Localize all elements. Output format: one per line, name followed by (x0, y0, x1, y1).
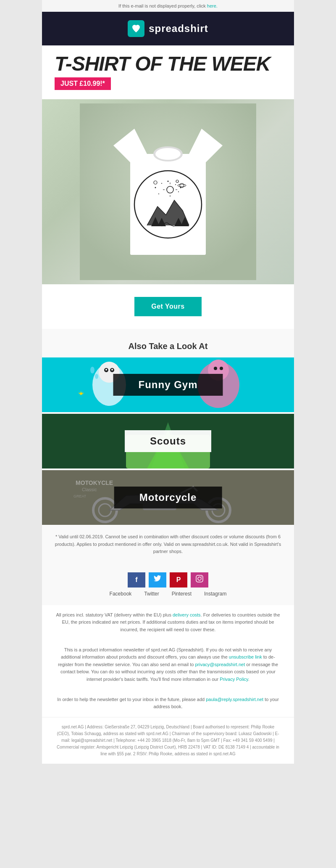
scouts-label: Scouts (125, 430, 211, 452)
privacy-email-link[interactable]: privacy@spreadshirt.net (195, 662, 245, 667)
tshirt-illustration (80, 103, 256, 280)
vat-text-1: All prices incl. statutory VAT (delivery… (56, 612, 173, 617)
email-wrapper: If this e-mail is not displayed properly… (42, 0, 294, 764)
category-funny-gym[interactable]: Funny Gym (42, 357, 294, 412)
facebook-icon: f (135, 576, 137, 584)
svg-rect-3 (130, 154, 206, 255)
address-text-1: In order to help the newsletter get to y… (57, 697, 206, 702)
unsubscribe-link[interactable]: unsubscribe link (229, 654, 262, 659)
logo-icon (128, 20, 144, 37)
svg-point-11 (155, 187, 156, 188)
instagram-icon-box[interactable] (191, 572, 208, 587)
footer-newsletter-section: This is a product information newsletter… (42, 640, 294, 690)
newsletter-paragraph: This is a product information newsletter… (55, 646, 281, 683)
delivery-costs-link[interactable]: delivery costs (173, 612, 201, 617)
cta-section: Get Yours (42, 284, 294, 329)
svg-point-37 (220, 367, 223, 370)
address-paragraph: In order to help the newsletter get to y… (55, 696, 281, 711)
svg-point-17 (158, 193, 159, 194)
svg-point-13 (168, 181, 169, 182)
hero-title: T-SHIRT OF THE WEEK (55, 54, 281, 74)
disclaimer-section: * Valid until 02.06.2019. Cannot be used… (42, 525, 294, 564)
funny-gym-label: Funny Gym (113, 374, 223, 396)
hero-price-badge: JUST £10.99!* (55, 77, 111, 90)
svg-text:Classic: Classic (82, 487, 97, 492)
header: spreadshirt (42, 12, 294, 45)
svg-rect-54 (196, 575, 203, 582)
svg-point-14 (175, 184, 176, 185)
footer-legal-section: sprd.net AG | Address: Gießerstraße 27, … (42, 717, 294, 764)
svg-point-32 (105, 369, 107, 370)
pinterest-icon: P (176, 576, 181, 584)
logo-text: spreadshirt (149, 23, 208, 34)
svg-text:MOTOKYCLE: MOTOKYCLE (76, 479, 113, 486)
svg-point-33 (111, 369, 113, 370)
facebook-icon-box[interactable]: f (128, 572, 145, 587)
svg-text:GREAT: GREAT (74, 494, 87, 498)
topbar-text: If this e-mail is not displayed properly… (118, 3, 207, 8)
svg-point-39 (95, 374, 98, 379)
svg-point-12 (161, 183, 162, 184)
logo-container[interactable]: spreadshirt (128, 20, 208, 37)
pinterest-icon-box[interactable]: P (170, 572, 187, 587)
footer-address-section: In order to help the newsletter get to y… (42, 690, 294, 717)
svg-point-56 (201, 577, 202, 577)
category-scouts[interactable]: Scouts (42, 414, 294, 468)
social-icons-row: f P (55, 572, 281, 587)
svg-point-36 (214, 367, 217, 370)
also-look-title: Also Take a Look At (42, 337, 294, 357)
legal-text: sprd.net AG | Address: Gießerstraße 27, … (55, 724, 281, 757)
product-image (42, 99, 294, 284)
svg-point-38 (90, 367, 94, 373)
top-bar: If this e-mail is not displayed properly… (42, 0, 294, 12)
newsletter-text-4: . (248, 677, 249, 682)
twitter-icon-box[interactable] (149, 572, 166, 587)
privacy-policy-link[interactable]: Privacy Policy (220, 677, 248, 682)
topbar-link[interactable]: here. (207, 3, 218, 8)
social-labels-row: Facebook Twitter Pinterest Instagram (55, 591, 281, 597)
social-section: f P (42, 564, 294, 605)
disclaimer-text: * Valid until 02.06.2019. Cannot be used… (55, 533, 281, 556)
pinterest-label: Pinterest (172, 591, 192, 597)
svg-point-5 (155, 148, 181, 160)
twitter-label: Twitter (144, 591, 159, 597)
category-motorcycle[interactable]: MOTOKYCLE Classic GREAT Motorcycle (42, 470, 294, 525)
svg-point-55 (198, 577, 201, 580)
get-yours-button[interactable]: Get Yours (134, 297, 201, 316)
svg-point-16 (178, 191, 179, 192)
motorcycle-label: Motorcycle (114, 487, 222, 508)
footer-vat-section: All prices incl. statutory VAT (delivery… (42, 605, 294, 640)
twitter-icon (154, 575, 161, 584)
instagram-icon (196, 575, 203, 585)
vat-paragraph: All prices incl. statutory VAT (delivery… (55, 611, 281, 634)
also-look-section: Also Take a Look At (42, 329, 294, 525)
instagram-label: Instagram (204, 591, 226, 597)
hero-section: T-SHIRT OF THE WEEK JUST £10.99!* (42, 45, 294, 99)
facebook-label: Facebook (110, 591, 132, 597)
address-email-link[interactable]: paula@reply.spreadshirt.net (206, 697, 263, 702)
